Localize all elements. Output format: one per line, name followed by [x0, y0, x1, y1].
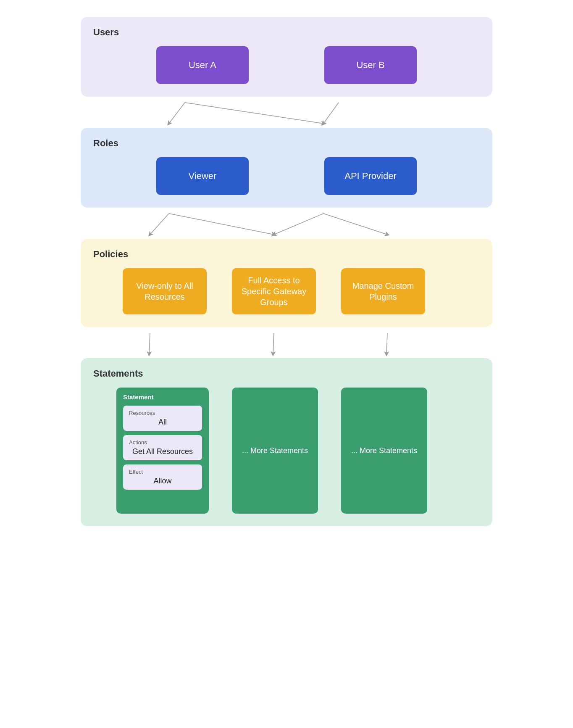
api-provider-node: API Provider: [324, 157, 417, 195]
resources-field: Resources All: [123, 406, 202, 431]
roles-policies-svg: [81, 214, 492, 239]
roles-section: Roles Viewer API Provider: [81, 128, 492, 208]
actions-field: Actions Get All Resources: [123, 435, 202, 460]
statements-nodes-row: Statement Resources All Actions Get All …: [93, 388, 480, 514]
statements-section: Statements Statement Resources All Actio…: [81, 358, 492, 526]
user-a-node: User A: [156, 46, 249, 84]
statement-3-box: ... More Statements: [341, 388, 427, 514]
user-b-node: User B: [324, 46, 417, 84]
actions-value: Get All Resources: [129, 447, 196, 456]
view-only-policy-node: View-only to All Resources: [123, 268, 207, 314]
svg-line-8: [273, 333, 274, 354]
roles-nodes-row: Viewer API Provider: [93, 157, 480, 195]
actions-label: Actions: [129, 439, 196, 446]
svg-line-5: [274, 214, 323, 235]
users-nodes-row: User A User B: [93, 46, 480, 84]
users-section-label: Users: [93, 27, 480, 38]
roles-section-label: Roles: [93, 138, 480, 149]
svg-line-1: [185, 103, 323, 124]
users-roles-svg: [81, 103, 492, 128]
roles-to-policies-arrows: [81, 214, 492, 239]
svg-line-6: [323, 214, 387, 235]
policies-section-label: Policies: [93, 249, 480, 260]
statement-1-box: Statement Resources All Actions Get All …: [116, 388, 209, 514]
policies-section: Policies View-only to All Resources Full…: [81, 239, 492, 327]
svg-line-7: [149, 333, 150, 354]
svg-line-2: [323, 103, 339, 124]
effect-label: Effect: [129, 469, 196, 475]
policies-statements-svg: [81, 333, 492, 358]
effect-value: Allow: [129, 477, 196, 485]
viewer-node: Viewer: [156, 157, 249, 195]
resources-value: All: [129, 418, 196, 427]
manage-plugins-policy-node: Manage Custom Plugins: [341, 268, 425, 314]
statements-section-label: Statements: [93, 368, 480, 379]
statement-2-box: ... More Statements: [232, 388, 318, 514]
statement-title: Statement: [123, 393, 202, 401]
svg-line-4: [169, 214, 274, 235]
diagram-container: Users User A User B Roles: [81, 17, 492, 536]
resources-label: Resources: [129, 410, 196, 416]
policies-nodes-row: View-only to All Resources Full Access t…: [93, 268, 480, 314]
svg-line-9: [386, 333, 387, 354]
effect-field: Effect Allow: [123, 464, 202, 490]
svg-line-3: [150, 214, 169, 235]
users-section: Users User A User B: [81, 17, 492, 97]
full-access-policy-node: Full Access to Specific Gateway Groups: [232, 268, 316, 314]
policies-to-statements-arrows: [81, 333, 492, 358]
svg-line-0: [169, 103, 185, 124]
users-to-roles-arrows: [81, 103, 492, 128]
more-statements-3: ... More Statements: [351, 446, 417, 455]
more-statements-2: ... More Statements: [242, 446, 308, 455]
